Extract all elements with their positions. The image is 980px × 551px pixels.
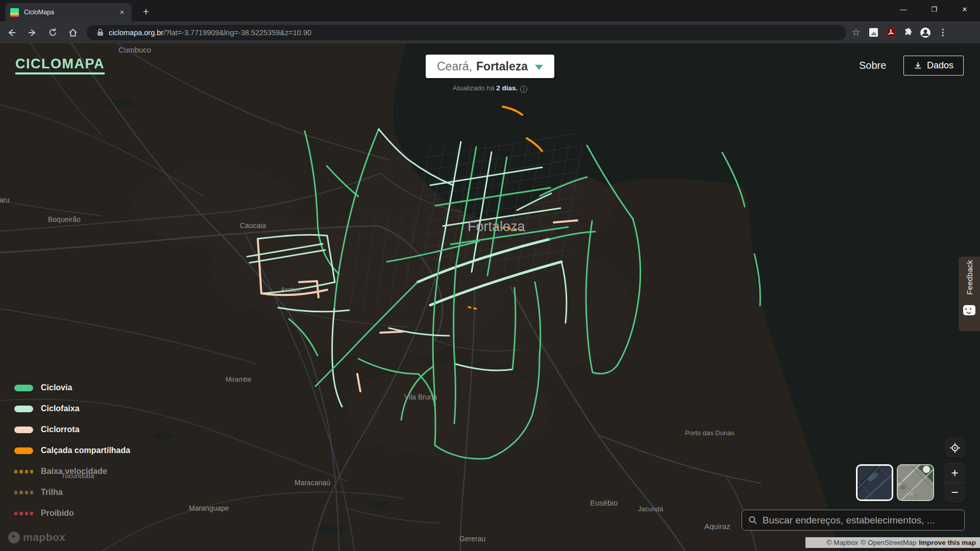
screenshot-extension-icon[interactable] [866,25,881,40]
legend-swatch [14,427,33,433]
ciclomapa-favicon [10,8,19,17]
legend-swatch [14,406,33,412]
map-place-label: Eusébio [590,498,618,507]
profile-avatar-icon[interactable] [918,25,933,40]
search-box[interactable] [742,510,965,531]
geolocate-button[interactable] [946,439,964,457]
zoom-out-button[interactable]: − [945,483,964,503]
url-domain: ciclomapa.org.br [109,29,163,37]
legend-swatch [14,512,33,515]
about-link[interactable]: Sobre [859,60,886,71]
download-icon [914,61,922,70]
map-place-label: Araturi [281,286,300,293]
map-legend: CicloviaCiclofaixaCiclorrotaCalçada comp… [14,382,130,519]
window-controls: — ❐ ✕ [888,0,980,18]
legend-swatch [14,447,33,454]
feedback-smiley-icon [963,305,975,315]
legend-label: Ciclovia [41,383,72,392]
map-place-label: Boqueirão [48,215,81,223]
download-data-button[interactable]: Dados [903,56,964,76]
improve-map-link[interactable]: Improve this map [919,539,976,546]
legend-item-4[interactable]: Baixa velocidade [14,465,130,478]
map-place-label: Jacundá [638,505,664,513]
legend-item-3[interactable]: Calçada compartilhada [14,444,130,457]
feedback-tab[interactable]: Feedback [959,257,980,331]
maximize-button[interactable]: ❐ [919,0,949,18]
tab-strip: CicloMapa × + — ❐ ✕ [0,0,980,21]
tab-title: CicloMapa [24,9,117,16]
browser-menu-icon[interactable]: ⋮ [935,25,950,40]
home-icon[interactable] [64,24,82,41]
map-place-label: Vila Bruna [404,393,437,401]
map-canvas[interactable]: CumbucoararuBoqueirãoCaucaiaAraturiMiram… [0,43,980,551]
map-place-label: Caucaia [240,221,266,230]
map-place-label: Mirambé [226,375,252,383]
legend-item-6[interactable]: Proibido [14,507,130,519]
map-place-label: Maracanaú [295,479,330,487]
search-input[interactable] [763,515,958,526]
city-label: Fortaleza [476,60,528,73]
close-button[interactable]: ✕ [949,0,980,18]
minimize-button[interactable]: — [888,0,919,18]
extensions-puzzle-icon[interactable] [900,25,916,40]
bookmark-star-icon[interactable]: ☆ [848,25,864,40]
legend-label: Trilha [41,488,63,497]
geolocate-icon [949,442,961,454]
legend-label: Baixa velocidade [41,467,107,476]
map-place-label: Maranguape [189,504,229,512]
new-tab-button[interactable]: + [139,5,153,19]
mapbox-attribution-link[interactable]: © Mapbox [826,539,858,546]
map-place-label: Porto das Dunas [685,429,734,437]
legend-item-1[interactable]: Ciclofaixa [14,403,130,415]
legend-label: Ciclorrota [41,425,80,434]
address-bar[interactable]: ciclomapa.org.br/?lat=-3.7719909&lng=-38… [87,25,846,40]
city-picker-dropdown[interactable]: Ceará, Fortaleza [426,55,554,78]
legend-swatch [14,385,33,391]
reload-icon[interactable] [44,24,61,41]
legend-item-5[interactable]: Trilha [14,486,130,498]
browser-window: CicloMapa × + — ❐ ✕ ciclomapa.org.br [0,0,980,551]
updated-status: Atualizado há 2 dias.i [388,84,592,93]
legend-swatch [14,491,33,494]
ciclomapa-logo[interactable]: CICLOMAPA [15,57,105,74]
zoom-in-button[interactable]: + [945,463,964,483]
browser-toolbar: ciclomapa.org.br/?lat=-3.7719909&lng=-38… [0,21,980,43]
legend-item-2[interactable]: Ciclorrota [14,423,130,436]
url-path: /?lat=-3.7719909&lng=-38.5225359&z=10.90 [163,29,311,37]
tab-close-icon[interactable]: × [117,8,127,17]
legend-label: Proibido [41,509,74,518]
chevron-down-icon [535,65,543,70]
map-place-label: Cumbuco [118,45,151,54]
back-icon[interactable] [3,24,20,41]
acrobat-extension-icon[interactable] [883,25,898,40]
mapbox-logo[interactable]: mapbox [8,531,66,543]
info-icon[interactable]: i [520,86,527,93]
legend-swatch [14,470,33,473]
legend-label: Ciclofaixa [41,404,80,413]
map-style-satellite-thumbnail[interactable] [897,464,934,501]
osm-attribution-link[interactable]: © OpenStreetMap [861,539,916,546]
zoom-control: + − [945,463,964,502]
map-attribution: © Mapbox © OpenStreetMap Improve this ma… [805,537,980,548]
search-icon [748,515,757,525]
map-place-label: Gererau [459,535,485,543]
map-city-label-fortaleza: Fortaleza [468,219,526,234]
lock-icon [97,29,104,36]
legend-label: Calçada compartilhada [41,446,130,455]
legend-item-0[interactable]: Ciclovia [14,382,130,394]
mapbox-logo-icon [8,532,20,543]
forward-icon[interactable] [23,24,41,41]
state-label: Ceará, [437,60,472,73]
map-style-default-thumbnail[interactable] [856,464,893,501]
browser-tab[interactable]: CicloMapa × [5,3,132,21]
map-place-label: Aquiraz [704,522,730,531]
map-place-label: araru [0,196,10,204]
